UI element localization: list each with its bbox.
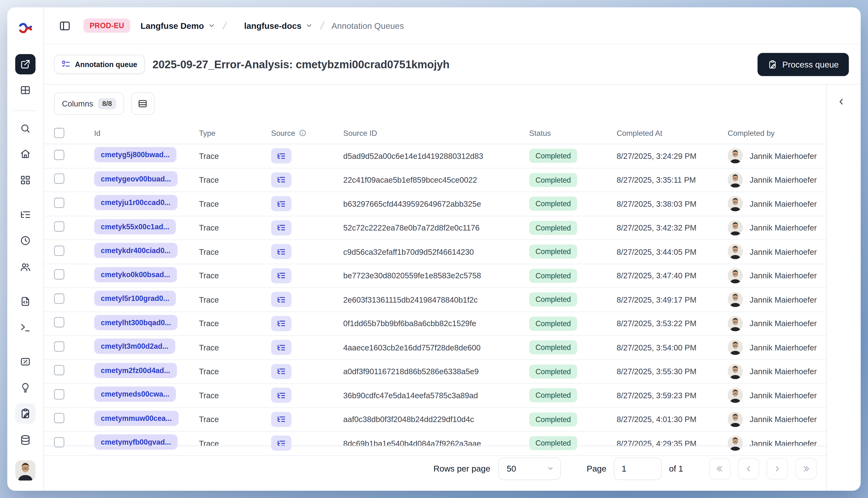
status-badge: Completed [529, 340, 577, 354]
process-queue-button[interactable]: Process queue [757, 53, 849, 76]
item-id-link[interactable]: cmetym2fz00d4ad... [94, 363, 177, 378]
last-page-button[interactable] [795, 458, 817, 479]
page-total-label: of 1 [669, 464, 683, 473]
sidebar-item-terminal-icon[interactable] [15, 317, 35, 338]
sidebar-item-clipboard-pen-icon[interactable] [15, 403, 35, 423]
sidebar-item-lightbulb-icon[interactable] [15, 378, 35, 398]
source-trace-link[interactable] [271, 316, 292, 331]
table-row[interactable]: cmetylht300bqad0... Trace 0f1dd65b7bb9bf… [44, 312, 826, 336]
item-id-link[interactable]: cmetygeov00buad... [94, 171, 178, 186]
panel-left-toggle-icon[interactable] [59, 19, 71, 32]
table-row[interactable]: cmetykdr400ciad0... Trace c9d56ca32efaff… [44, 240, 826, 264]
rows-per-page-label: Rows per page [433, 464, 491, 473]
source-trace-link[interactable] [271, 196, 292, 211]
item-id-link[interactable]: cmetyk55x00c1ad... [94, 219, 176, 234]
sidebar-item-external-link-icon[interactable] [15, 54, 35, 74]
source-trace-link[interactable] [271, 172, 292, 187]
table-area: Columns 8/8 Id Type Source [44, 84, 826, 491]
annotation-queue-badge[interactable]: Annotation queue [54, 55, 144, 74]
table-row[interactable]: cmetymeds00cwa... Trace 36b90cdfc47e5da1… [44, 384, 826, 408]
table-row[interactable]: cmetyju1r00ccad0... Trace b63297665cfd44… [44, 192, 826, 216]
environment-badge: PROD-EU [83, 18, 130, 33]
source-trace-link[interactable] [271, 268, 292, 283]
completed-by-name: Jannik Maierhoefer [750, 343, 817, 352]
header-source-id: Source ID [334, 129, 520, 137]
sidebar-item-home-icon[interactable] [15, 144, 35, 164]
row-checkbox[interactable] [54, 150, 64, 160]
avatar [728, 316, 743, 331]
sidebar-item-search-icon[interactable] [15, 118, 35, 139]
user-avatar[interactable] [15, 460, 35, 481]
item-id-link[interactable]: cmetyg5j800bwad... [94, 147, 177, 162]
columns-button[interactable]: Columns 8/8 [54, 92, 124, 115]
prev-page-button[interactable] [738, 458, 759, 479]
avatar [728, 292, 743, 307]
columns-label: Columns [62, 99, 93, 108]
item-id-link[interactable]: cmetyju1r00ccad0... [94, 195, 177, 210]
sidebar-item-clock-icon[interactable] [15, 231, 35, 251]
sidebar-item-file-code-icon[interactable] [15, 291, 35, 312]
source-trace-link[interactable] [271, 292, 292, 307]
source-trace-link[interactable] [271, 388, 292, 403]
rows-per-page-select[interactable]: 50 [498, 457, 561, 480]
source-trace-link[interactable] [271, 148, 292, 163]
item-id-link[interactable]: cmetylt3m00d2ad... [94, 339, 175, 354]
first-page-button[interactable] [709, 458, 730, 479]
row-checkbox[interactable] [54, 341, 64, 351]
row-checkbox[interactable] [54, 365, 64, 376]
status-badge: Completed [529, 316, 577, 331]
source-id: c9d56ca32efaff1b70d9d52f46614230 [344, 247, 474, 256]
source-trace-link[interactable] [271, 340, 292, 355]
source-trace-link[interactable] [271, 220, 292, 235]
row-checkbox[interactable] [54, 198, 64, 208]
table-row[interactable]: cmetym2fz00d4ad... Trace a0df3f901167218… [44, 360, 826, 384]
item-id-link[interactable]: cmetyko0k00bsad... [94, 267, 177, 282]
chevron-right-icon [773, 464, 782, 473]
item-id-link[interactable]: cmetylht300bqad0... [94, 315, 178, 330]
item-id-link[interactable]: cmetyl5r100grad0... [94, 291, 176, 306]
row-checkbox[interactable] [54, 270, 64, 279]
sidebar-item-database-icon[interactable] [15, 430, 35, 450]
source-trace-link[interactable] [271, 244, 292, 259]
table-row[interactable]: cmetyko0k00bsad... Trace be7723e30d80205… [44, 264, 826, 288]
clipboard-pen-icon [768, 60, 777, 69]
row-checkbox[interactable] [54, 389, 64, 399]
org-switcher[interactable]: Langfuse Demo [141, 21, 216, 30]
sidebar-item-users-icon[interactable] [15, 257, 35, 277]
completed-at: 8/27/2025, 3:54:00 PM [617, 343, 697, 352]
row-checkbox[interactable] [54, 174, 64, 184]
select-all-checkbox[interactable] [54, 128, 64, 138]
table-row[interactable]: cmetyl5r100grad0... Trace 2e603f31361115… [44, 288, 826, 312]
row-checkbox[interactable] [54, 245, 64, 255]
source-id: be7723e30d8020559fe1e8583e2c5758 [344, 271, 481, 280]
source-id: a0df3f901167218d86b5286e6338a5e9 [344, 367, 479, 376]
completed-at: 8/27/2025, 3:53:22 PM [617, 319, 697, 328]
sidebar-item-square-percent-icon[interactable] [15, 352, 35, 372]
sidebar-item-dashboard-icon[interactable] [15, 170, 35, 191]
item-id-link[interactable]: cmetykdr400ciad0... [94, 243, 177, 258]
row-checkbox[interactable] [54, 293, 64, 304]
project-switcher[interactable]: langfuse-docs [244, 21, 313, 30]
table-row[interactable]: cmetymmuw00cea... Trace aaf0c38db0f3f204… [44, 408, 826, 432]
row-checkbox[interactable] [54, 413, 64, 423]
collapse-panel-icon[interactable] [837, 97, 851, 112]
next-page-button[interactable] [766, 458, 788, 479]
row-checkbox[interactable] [54, 317, 64, 327]
source-trace-link[interactable] [271, 412, 292, 427]
row-height-button[interactable] [131, 92, 154, 115]
table-row[interactable]: cmetygeov00buad... Trace 22c41f09acae5b1… [44, 168, 826, 192]
sidebar-item-table-icon[interactable] [15, 80, 35, 100]
header-source: Source [262, 129, 334, 137]
item-type: Trace [199, 343, 219, 352]
list-tree-icon [277, 295, 286, 304]
item-id-link[interactable]: cmetymmuw00cea... [94, 410, 178, 425]
table-row[interactable]: cmetyg5j800bwad... Trace d5ad9d52a00c6e1… [44, 144, 826, 168]
topbar: PROD-EU Langfuse Demo / langfuse-docs / … [44, 7, 861, 44]
table-row[interactable]: cmetylt3m00d2ad... Trace 4aaece1603cb2e1… [44, 336, 826, 360]
row-checkbox[interactable] [54, 222, 64, 232]
sidebar-item-list-tree-icon[interactable] [15, 205, 35, 225]
table-row[interactable]: cmetyk55x00c1ad... Trace 52c72c2222ea78e… [44, 216, 826, 240]
page-number-input[interactable] [614, 457, 662, 480]
source-trace-link[interactable] [271, 364, 292, 379]
item-id-link[interactable]: cmetymeds00cwa... [94, 387, 176, 402]
